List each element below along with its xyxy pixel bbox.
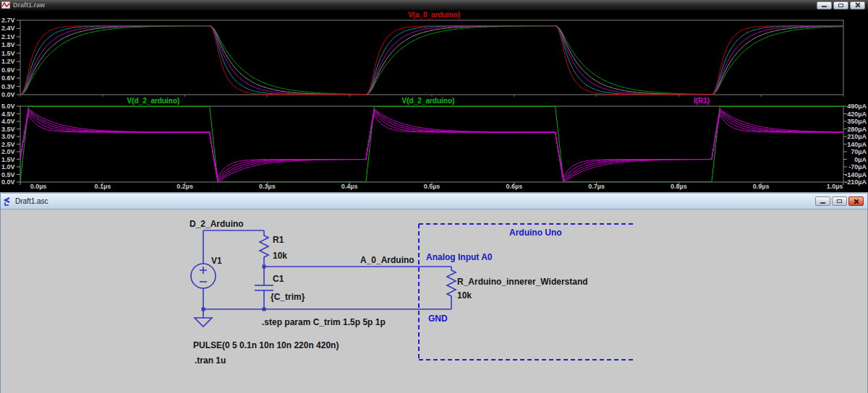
y-axis-right-tick-label: 490µA (847, 103, 867, 110)
waveform-window-titlebar[interactable]: Draft1.raw (0, 0, 868, 10)
junction-dot (263, 265, 266, 269)
x-axis-tick-label: 0.3µs (252, 183, 281, 190)
trace-v-a0-arduino-ctrim-5p (20, 26, 843, 95)
y-axis-right-tick-label: 420µA (847, 111, 867, 118)
close-icon (855, 2, 861, 8)
minimize-button[interactable] (815, 196, 830, 206)
y-axis-tick-label: 3.0V (1, 134, 15, 140)
component-value-r-arduino[interactable]: 10k (457, 290, 472, 301)
y-axis-tick-label: 4.5V (1, 111, 15, 118)
x-axis-tick-label: 0.5µs (417, 183, 446, 190)
trace-label-i-r1[interactable]: I(R1) (694, 96, 710, 105)
schematic-window-titlebar[interactable]: Draft1.asc (1, 194, 867, 210)
close-button[interactable] (850, 1, 865, 9)
minimize-button[interactable] (817, 1, 832, 9)
y-axis-right-tick-label: 0µA (854, 157, 867, 163)
restore-button[interactable] (832, 196, 847, 206)
trace-i-r1-run-1 (20, 114, 843, 177)
y-axis-tick-label: 1.8V (1, 42, 15, 48)
x-axis-tick-label: 1.0µs (820, 183, 849, 190)
component-name-r1[interactable]: R1 (273, 235, 284, 245)
y-axis-tick-label: 5.0V (1, 103, 15, 110)
y-axis-tick-label: 0.3V (1, 84, 15, 90)
voltage-source-v1[interactable] (191, 230, 216, 309)
y-axis-tick-label: 4.0V (1, 118, 15, 125)
comment-arduino-uno[interactable]: Arduino Uno (509, 228, 562, 238)
y-axis-tick-label: 2.7V (1, 17, 15, 24)
y-axis-tick-label: 0.6V (1, 75, 15, 82)
restore-icon (837, 199, 842, 203)
schematic-canvas[interactable]: D_2_Arduino V1 R1 10k C1 {C_trim} A_0_Ar… (1, 210, 867, 393)
trace-label-v-d2-arduino[interactable]: V(d_2_arduino) (127, 96, 180, 105)
x-axis-tick-label: 0.8µs (664, 183, 693, 190)
directive-step-param[interactable]: .step param C_trim 1.5p 5p 1p (262, 317, 386, 327)
junction-dot (263, 308, 266, 311)
waveform-window: Draft1.raw V(a_0_arduino) V(d_2_arduino)… (0, 0, 868, 192)
y-axis-tick-label: 1.2V (1, 59, 15, 65)
waveform-icon (1, 1, 10, 9)
y-axis-tick-label: 1.5V (1, 157, 15, 163)
trace-v-a0-arduino-ctrim-4.5p (20, 26, 843, 95)
component-value-c1[interactable]: {C_trim} (271, 292, 305, 302)
x-axis-tick-label: 0.7µs (582, 183, 611, 190)
schematic-drawing (1, 210, 867, 393)
x-axis-tick-label: 0.2µs (171, 183, 200, 190)
trace-label-v-d2-arduino[interactable]: V(d_2_arduino) (402, 96, 455, 105)
trace-i-r1-run-5 (20, 109, 843, 182)
x-axis-tick-label: 0.1µs (88, 183, 117, 190)
y-axis-right-tick-label: 140µA (847, 142, 867, 148)
trace-v-d2-arduino (20, 107, 843, 182)
trace-i-r1-run-3 (20, 111, 843, 181)
y-axis-tick-label: 2.5V (1, 142, 15, 148)
close-icon (854, 199, 859, 204)
directive-pulse[interactable]: PULSE(0 5 0.1n 10n 10n 220n 420n) (193, 340, 339, 350)
ground-symbol[interactable] (195, 309, 212, 327)
y-axis-right-tick-label: 350µA (847, 118, 867, 125)
schematic-window-title: Draft1.asc (15, 197, 815, 205)
net-label-a0-arduino[interactable]: A_0_Arduino (360, 255, 414, 265)
comment-analog-input-a0[interactable]: Analog Input A0 (426, 252, 493, 262)
y-axis-tick-label: 0.5V (1, 172, 15, 178)
trace-i-r1-run-4 (20, 110, 843, 182)
y-axis-tick-label: 0.9V (1, 67, 15, 74)
trace-i-r1-run-2 (20, 112, 843, 179)
junction-dot (202, 308, 205, 311)
y-axis-tick-label: 3.5V (1, 126, 15, 133)
y-axis-right-tick-label: 210µA (847, 134, 867, 140)
x-axis-tick-label: 0.0µs (24, 183, 53, 190)
y-axis-tick-label: 2.0V (1, 149, 15, 155)
waveform-window-title: Draft1.raw (13, 1, 817, 9)
minimize-icon (822, 6, 827, 7)
resistor-r1[interactable] (260, 230, 268, 267)
component-name-r-arduino[interactable]: R_Arduino_innerer_Widerstand (457, 277, 588, 287)
capacitor-c1[interactable] (255, 267, 273, 309)
net-label-d2-arduino[interactable]: D_2_Arduino (190, 219, 244, 229)
component-name-v1[interactable]: V1 (211, 256, 222, 266)
y-axis-tick-label: 0.0V (1, 179, 15, 186)
y-axis-right-tick-label: 280µA (847, 126, 867, 133)
schematic-icon (3, 197, 12, 206)
comment-gnd[interactable]: GND (428, 314, 448, 324)
y-axis-tick-label: 0.0V (1, 92, 15, 98)
minimize-icon (820, 202, 825, 204)
x-axis-tick-label: 0.6µs (500, 183, 529, 190)
resistor-r-arduino[interactable] (447, 267, 456, 309)
component-name-c1[interactable]: C1 (273, 274, 284, 284)
trace-label-v-a0-arduino[interactable]: V(a_0_arduino) (0, 10, 868, 20)
y-axis-tick-label: 2.1V (1, 34, 15, 40)
y-axis-tick-label: 1.0V (1, 164, 15, 170)
y-axis-right-tick-label: -140µA (845, 172, 867, 178)
y-axis-tick-label: 1.5V (1, 51, 15, 57)
waveform-plot-region[interactable]: V(a_0_arduino) V(d_2_arduino)V(d_2_ardui… (0, 10, 868, 192)
schematic-window: Draft1.asc (0, 193, 868, 393)
component-value-r1[interactable]: 10k (273, 251, 287, 261)
y-axis-right-tick-label: -70µA (848, 164, 867, 170)
y-axis-tick-label: 2.4V (1, 25, 15, 32)
directive-tran[interactable]: .tran 1u (195, 355, 226, 366)
x-axis-tick-label: 0.4µs (335, 183, 364, 190)
close-button[interactable] (848, 196, 864, 206)
x-axis-tick-label: 0.9µs (746, 183, 775, 190)
restore-icon (838, 4, 843, 7)
restore-button[interactable] (833, 1, 848, 9)
y-axis-right-tick-label: 70µA (851, 149, 867, 155)
